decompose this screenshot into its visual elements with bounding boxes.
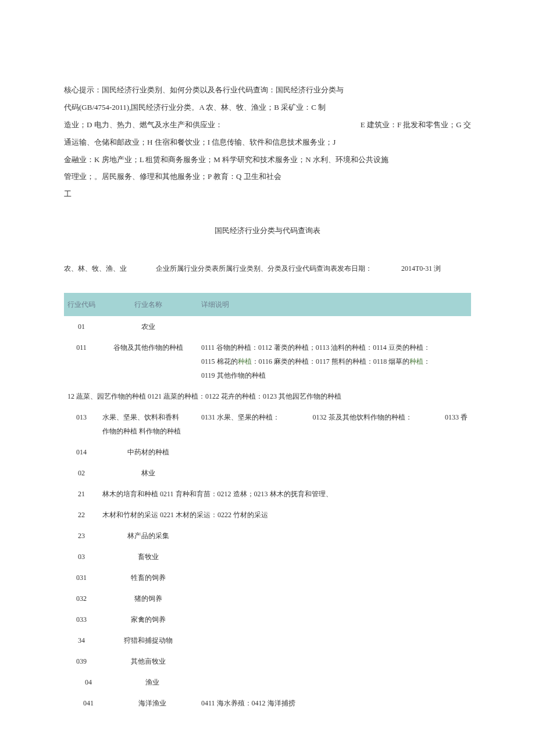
table-row: 013水果、坚果、饮料和香料作物的种植 料作物的种植0131 水果、坚果的种植：… <box>64 407 471 442</box>
cell-detail <box>198 588 471 609</box>
cell-code: 22 <box>64 504 99 525</box>
intro-line-2: 代码(GB/4754-2011),国民经济行业分类。A 农、林、牧、渔业；B 采… <box>64 99 471 116</box>
table-row: 039其他亩牧业 <box>64 651 471 672</box>
table-row: 041海洋渔业0411 海水养殖：0412 海洋捕捞 <box>64 693 471 714</box>
table-row: 014中药材的种植 <box>64 442 471 463</box>
table-row: 02林业 <box>64 463 471 483</box>
cell-detail <box>198 442 471 463</box>
intro-line-3-right: E 建筑业：F 批发和零售业；G 交 <box>361 116 471 134</box>
cell-name: 狩猎和捕捉动物 <box>99 630 198 651</box>
cell-detail: 0111 谷物的种植：0112 著类的种植；0113 油料的种植：0114 豆类… <box>198 337 471 386</box>
cell-detail: 0131 水果、坚果的种植：0132 茶及其他饮料作物的种植：0133 香 <box>198 407 471 442</box>
cell-name: 谷物及其他作物的种植 <box>99 337 198 386</box>
cell-code: 041 <box>64 693 99 714</box>
cell-code: 03 <box>64 546 99 567</box>
intro-line-6: 管理业；。居民服务、修理和其他服务业；P 教育：Q 卫生和社会 <box>64 168 471 185</box>
cell-name: 林产品的采集 <box>99 525 198 546</box>
meta-row: 农、林、牧、渔、业 企业所属行业分类表所属行业类别、分类及行业代码查询表发布日期… <box>64 261 471 275</box>
cell-detail-line: 0119 其他作物的种植 <box>201 368 468 382</box>
cell-name: 海洋渔业 <box>99 693 198 714</box>
cell-code: 01 <box>64 316 99 337</box>
table-body: 01农业011谷物及其他作物的种植0111 谷物的种植：0112 著类的种植；0… <box>64 316 471 714</box>
cell-detail-part: 0131 水果、坚果的种植： <box>201 410 280 424</box>
cell-detail-part: 0132 茶及其他饮料作物的种植： <box>313 410 412 424</box>
table-row: 032猪的饲养 <box>64 588 471 609</box>
cell-name: 猪的饲养 <box>99 588 198 609</box>
meta-category: 农、林、牧、渔、业 <box>64 261 127 275</box>
th-detail: 详细说明 <box>198 293 471 316</box>
cell-detail-flex: 0131 水果、坚果的种植：0132 茶及其他饮料作物的种植：0133 香 <box>201 410 468 424</box>
cell-name: 畜牧业 <box>99 546 198 567</box>
table-row: 12 蔬菜、园艺作物的种植 0121 蔬菜的种植：0122 花卉的种植：0123… <box>64 386 471 407</box>
cell-detail <box>198 651 471 672</box>
table-row: 033家禽的饲养 <box>64 609 471 630</box>
table-row: 34狩猎和捕捉动物 <box>64 630 471 651</box>
cell-code: 04 <box>64 672 99 693</box>
cell-detail-part: 0133 香 <box>445 410 468 424</box>
intro-paragraph: 核心提示：国民经济行业类别、如何分类以及各行业代码查询：国民经济行业分类与 代码… <box>64 81 471 203</box>
cell-name: 牲畜的饲养 <box>99 567 198 588</box>
cell-name: 中药材的种植 <box>99 442 198 463</box>
cell-name: 林业 <box>99 463 198 483</box>
table-row: 21林木的培育和种植 0211 育种和育苗：0212 造林；0213 林木的抚育… <box>64 483 471 504</box>
cell-detail-line: 0111 谷物的种植：0112 著类的种植；0113 油料的种植：0114 豆类… <box>201 341 468 354</box>
cell-name: 农业 <box>99 316 198 337</box>
intro-line-1: 核心提示：国民经济行业类别、如何分类以及各行业代码查询：国民经济行业分类与 <box>64 81 471 99</box>
cell-name: 其他亩牧业 <box>99 651 198 672</box>
cell-code: 23 <box>64 525 99 546</box>
cell-name-line: 作物的种植 料作物的种植 <box>102 424 194 438</box>
link-text[interactable]: 种植 <box>409 357 423 366</box>
cell-code: 039 <box>64 651 99 672</box>
link-text[interactable]: 种植 <box>238 357 252 366</box>
table-row: 031牲畜的饲养 <box>64 567 471 588</box>
cell-name: 木材和竹材的采运 0221 木材的采运：0222 竹材的采运 <box>99 504 471 525</box>
table-row: 03畜牧业 <box>64 546 471 567</box>
cell-code: 013 <box>64 407 99 442</box>
cell-detail <box>198 672 471 693</box>
table-row: 23林产品的采集 <box>64 525 471 546</box>
cell-code: 21 <box>64 483 99 504</box>
cell-code: 011 <box>64 337 99 386</box>
cell-span: 12 蔬菜、园艺作物的种植 0121 蔬菜的种植：0122 花卉的种植：0123… <box>64 386 471 407</box>
cell-detail <box>198 609 471 630</box>
cell-name: 渔业 <box>99 672 198 693</box>
th-code: 行业代码 <box>64 293 99 316</box>
cell-code: 014 <box>64 442 99 463</box>
cell-code: 031 <box>64 567 99 588</box>
cell-code: 34 <box>64 630 99 651</box>
section-title: 国民经济行业分类与代码查询表 <box>64 223 471 238</box>
cell-detail <box>198 316 471 337</box>
intro-line-4: 通运输、仓储和邮政业；H 住宿和餐饮业；I 信息传输、软件和信息技术服务业；J <box>64 134 471 151</box>
cell-detail <box>198 525 471 546</box>
table-row: 04渔业 <box>64 672 471 693</box>
industry-table: 行业代码 行业名称 详细说明 01农业011谷物及其他作物的种植0111 谷物的… <box>64 293 471 714</box>
meta-sub: 企业所属行业分类表所属行业类别、分类及行业代码查询表发布日期： <box>156 261 372 275</box>
table-row: 011谷物及其他作物的种植0111 谷物的种植：0112 著类的种植；0113 … <box>64 337 471 386</box>
intro-line-3-left: 造业；D 电力、热力、燃气及水生产和供应业： <box>64 116 223 134</box>
cell-name: 水果、坚果、饮料和香料作物的种植 料作物的种植 <box>99 407 198 442</box>
cell-code: 032 <box>64 588 99 609</box>
cell-detail <box>198 630 471 651</box>
intro-line-5: 金融业：K 房地产业；L 租赁和商务服务业；M 科学研究和技术服务业；N 水利、… <box>64 151 471 169</box>
cell-name-line: 水果、坚果、饮料和香料 <box>102 410 194 424</box>
cell-name: 林木的培育和种植 0211 育种和育苗：0212 造林；0213 林木的抚育和管… <box>99 483 471 504</box>
intro-line-3: 造业；D 电力、热力、燃气及水生产和供应业： E 建筑业：F 批发和零售业；G … <box>64 116 471 134</box>
table-row: 01农业 <box>64 316 471 337</box>
table-header-row: 行业代码 行业名称 详细说明 <box>64 293 471 316</box>
cell-detail <box>198 567 471 588</box>
meta-date: 2014T0-31 浏 <box>401 261 441 275</box>
cell-code: 02 <box>64 463 99 483</box>
cell-detail <box>198 463 471 483</box>
cell-detail <box>198 546 471 567</box>
cell-detail: 0411 海水养殖：0412 海洋捕捞 <box>198 693 471 714</box>
cell-code: 033 <box>64 609 99 630</box>
th-name: 行业名称 <box>99 293 198 316</box>
cell-detail-line: 0115 棉花的种植：0116 麻类的种植：0117 熊料的种植：0118 烟草… <box>201 354 468 368</box>
cell-name: 家禽的饲养 <box>99 609 198 630</box>
intro-line-7: 工 <box>64 185 471 203</box>
table-row: 22木材和竹材的采运 0221 木材的采运：0222 竹材的采运 <box>64 504 471 525</box>
